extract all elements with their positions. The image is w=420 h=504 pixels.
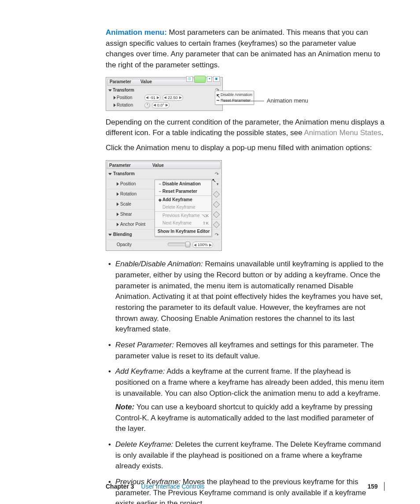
- param-position[interactable]: Position: [107, 181, 160, 188]
- preview-thumb: [194, 76, 206, 83]
- param-position[interactable]: Position: [107, 95, 144, 101]
- panel-top-icons: ◫ ▾ ▣: [186, 76, 220, 83]
- inspector-panel-large: Parameter Value Transform ↶ Position ◀-9…: [106, 160, 222, 251]
- col-value: Value: [140, 79, 152, 85]
- column-header: Parameter Value: [107, 162, 221, 169]
- param-shear[interactable]: Shear: [107, 211, 160, 218]
- term: Delete Keyframe:: [115, 440, 173, 449]
- animation-mini-popup: Disable Animation Reset Parameter: [215, 91, 254, 105]
- disclosure-right-icon[interactable]: [117, 182, 119, 186]
- param-scale[interactable]: Scale: [107, 201, 160, 208]
- inspector-panel-small: ◫ ▾ ▣ Parameter Value Transform ↶ Positi…: [106, 77, 223, 111]
- col-parameter: Parameter: [110, 79, 140, 85]
- term: Reset Parameter:: [115, 341, 174, 349]
- callout-label: Animation menu: [267, 97, 308, 105]
- disclosure-icon[interactable]: ▾: [207, 76, 212, 82]
- figure-1: ◫ ▾ ▣ Parameter Value Transform ↶ Positi…: [106, 77, 385, 111]
- term: Add Keyframe:: [115, 367, 165, 375]
- param-blending[interactable]: Blending: [107, 232, 151, 238]
- param-rotation[interactable]: Rotation: [107, 191, 160, 198]
- footer-title: User Interface Controls: [141, 482, 205, 491]
- opacity-slider[interactable]: [168, 243, 191, 246]
- note: Note: You can use a keyboard shortcut to…: [115, 402, 385, 434]
- menu-delete-keyframe: Delete Keyframe: [155, 204, 211, 211]
- animation-menu-button[interactable]: ▾: [217, 181, 219, 187]
- popup-disable-animation[interactable]: Disable Animation: [217, 92, 252, 98]
- callout-line: [223, 101, 264, 101]
- position-y-field[interactable]: ◀22.50▶: [162, 95, 183, 101]
- term: Enable/Disable Animation:: [115, 260, 203, 268]
- opacity-field[interactable]: ◀100%▶: [192, 242, 213, 248]
- disclosure-right-icon[interactable]: [117, 223, 119, 226]
- keyframe-icon[interactable]: [213, 201, 220, 208]
- options-list: Enable/Disable Animation: Remains unavai…: [106, 259, 385, 504]
- keyframe-icon[interactable]: [213, 211, 220, 218]
- animation-popup-menu: −Disable Animation −Reset Parameter ◆Add…: [155, 180, 212, 236]
- menu-add-keyframe[interactable]: ◆Add Keyframe: [155, 196, 211, 204]
- disclosure-right-icon[interactable]: [114, 96, 116, 99]
- dash-icon: [217, 100, 219, 101]
- col-parameter: Parameter: [109, 162, 152, 169]
- position-x-field[interactable]: ◀-91▶: [144, 95, 161, 101]
- note-text: You can use a keyboard shortcut to quick…: [115, 403, 374, 433]
- menu-next-keyframe: Next Keyframe⇧K: [155, 220, 211, 227]
- panel-close-icon[interactable]: ▣: [213, 76, 220, 82]
- reset-icon[interactable]: ↶: [215, 232, 219, 239]
- rotation-field[interactable]: ◀0.0°▶: [152, 102, 169, 108]
- disclosure-right-icon[interactable]: [117, 213, 119, 216]
- param-transform[interactable]: Transform: [107, 171, 151, 177]
- between-paragraph-2: Click the Animation menu to display a po…: [106, 143, 385, 154]
- dash-icon: −: [158, 189, 162, 195]
- desc: Remains unavailable until keyframing is …: [115, 260, 383, 333]
- between-paragraph-1: Depending on the current condition of th…: [106, 117, 385, 139]
- item-add-keyframe: Add Keyframe: Adds a keyframe at the cur…: [106, 366, 385, 434]
- disclosure-down-icon[interactable]: [108, 173, 112, 175]
- animation-menu-states-link[interactable]: Animation Menu States: [304, 129, 381, 137]
- disclosure-down-icon[interactable]: [108, 89, 112, 92]
- param-transform[interactable]: Transform: [107, 87, 139, 94]
- menu-show-in-keyframe-editor[interactable]: Show In Keyframe Editor: [155, 228, 211, 235]
- intro-heading: Animation menu:: [106, 28, 167, 37]
- dash-icon: −: [158, 181, 162, 187]
- item-enable-disable-animation: Enable/Disable Animation: Remains unavai…: [106, 259, 385, 335]
- keyframe-icon[interactable]: [213, 191, 220, 198]
- cursor-icon: ↖: [216, 93, 220, 100]
- hud-icon[interactable]: ◫: [186, 76, 193, 82]
- note-label: Note:: [115, 403, 134, 411]
- param-anchor-point[interactable]: Anchor Point: [107, 221, 160, 228]
- cursor-icon: ↖: [212, 177, 216, 184]
- param-rotation[interactable]: Rotation: [107, 102, 144, 109]
- menu-previous-keyframe: Previous Keyframe⌥K: [155, 212, 211, 220]
- footer-page-number: 159: [361, 482, 378, 491]
- disclosure-down-icon[interactable]: [108, 234, 112, 236]
- diamond-icon: ◆: [158, 197, 162, 203]
- disclosure-right-icon[interactable]: [117, 192, 119, 196]
- intro-paragraph: Animation menu: Most parameters can be a…: [106, 27, 385, 71]
- footer-chapter: Chapter 3: [106, 482, 134, 491]
- keyframe-icon[interactable]: [213, 221, 220, 228]
- reset-icon[interactable]: ↶: [215, 171, 219, 178]
- menu-disable-animation[interactable]: −Disable Animation: [155, 180, 211, 188]
- disclosure-right-icon[interactable]: [117, 202, 119, 206]
- rotation-dial[interactable]: [144, 103, 150, 108]
- col-value: Value: [152, 162, 164, 169]
- menu-reset-parameter[interactable]: −Reset Parameter: [155, 188, 211, 195]
- disclosure-right-icon[interactable]: [114, 103, 116, 107]
- item-delete-keyframe: Delete Keyframe: Deletes the current key…: [106, 439, 385, 472]
- param-opacity[interactable]: Opacity: [107, 242, 160, 248]
- item-reset-parameter: Reset Parameter: Removes all keyframes a…: [106, 340, 385, 361]
- page-footer: Chapter 3 User Interface Controls 159: [106, 482, 385, 491]
